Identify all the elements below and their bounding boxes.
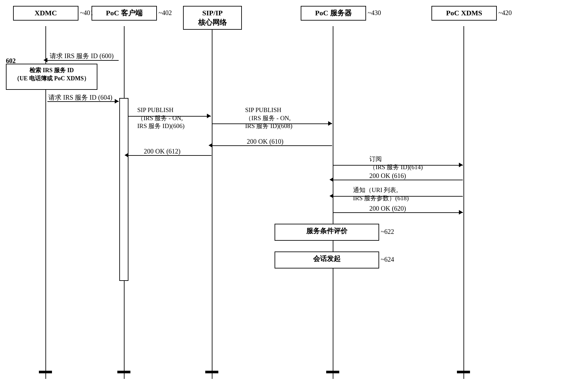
arrow-2-label: 请求 IRS 服务 ID (604) (48, 93, 112, 102)
arrow-1-label: 请求 IRS 服务 ID (600) (50, 52, 114, 60)
arrowhead-8 (329, 177, 333, 182)
entity-poc-client-label: PoC 客户端 (106, 9, 143, 17)
lifeline-poc-server (333, 26, 333, 379)
arrowhead-10 (459, 210, 463, 215)
arrowhead-6 (125, 153, 128, 157)
arrowhead-2 (115, 99, 119, 104)
arrowhead-4 (328, 121, 332, 126)
process-session-init-ref: ~624 (381, 256, 394, 263)
lifeline-poc-xdms (463, 26, 464, 379)
lifeline-end-poc-client (117, 371, 130, 373)
entity-sip-ip: SIP/IP核心网络 (183, 6, 242, 30)
entity-poc-client-ref: ~402 (159, 9, 172, 17)
arrowhead-3 (207, 114, 211, 118)
arrow-10-label: 200 OK (620) (369, 204, 406, 213)
process-session-init-label: 会话发起 (313, 255, 341, 263)
entity-poc-client: PoC 客户端 (92, 6, 157, 21)
arrowhead-1 (43, 58, 47, 62)
lifeline-end-xdmc (39, 371, 52, 373)
arrow-5-label: 200 OK (610) (247, 137, 283, 146)
arrowhead-5 (209, 143, 212, 148)
entity-poc-xdms-ref: ~420 (498, 9, 512, 17)
arrow-7-label: 订阅（IRS 服务 ID)(614) (369, 155, 454, 171)
arrow-9-label: 通知（URI 列表,IRS 服务参数）(618) (353, 186, 448, 202)
process-service-eval: 服务条件评价 (275, 224, 379, 241)
entity-poc-xdms: PoC XDMS (431, 6, 497, 21)
entity-poc-server-label: PoC 服务器 (315, 9, 352, 17)
lifeline-end-sip-ip (205, 371, 218, 373)
sequence-diagram: XDMC ~401 PoC 客户端 ~402 SIP/IP核心网络 PoC 服务… (0, 0, 588, 389)
arrowhead-9 (329, 194, 333, 198)
entity-poc-server-ref: ~430 (368, 9, 381, 17)
lifeline-end-poc-server (326, 371, 339, 373)
arrow-3-label: SIP PUBLISH（IRS 服务 - ON,IRS 服务 ID)(606) (137, 106, 203, 130)
lifeline-end-poc-xdms (457, 371, 470, 373)
process-service-eval-ref: ~622 (381, 228, 394, 235)
lifeline-sip-ip (212, 26, 212, 379)
process-retrieve-ref: 602 (6, 57, 16, 65)
entity-xdmc: XDMC (13, 6, 78, 21)
arrow-4-label: SIP PUBLISH（IRS 服务 - ON,IRS 服务 ID)(608) (245, 106, 320, 130)
process-service-eval-label: 服务条件评价 (306, 227, 347, 235)
process-session-init: 会话发起 (275, 251, 379, 268)
arrow-1 (47, 60, 119, 61)
entity-poc-xdms-label: PoC XDMS (446, 9, 482, 17)
arrow-6-label: 200 OK (612) (144, 147, 180, 155)
process-retrieve-irs: 检索 IRS 服务 ID（UE 电话簿或 PoC XDMS） (6, 64, 97, 90)
entity-sip-ip-label: SIP/IP核心网络 (198, 9, 227, 26)
entity-poc-server: PoC 服务器 (301, 6, 366, 21)
activation-poc-client (119, 98, 128, 281)
arrow-8-label: 200 OK (616) (369, 171, 406, 180)
entity-xdmc-label: XDMC (35, 9, 57, 17)
arrowhead-7 (459, 163, 463, 167)
process-retrieve-irs-label: 检索 IRS 服务 ID（UE 电话簿或 PoC XDMS） (14, 67, 90, 82)
entity-xdmc-ref: ~401 (80, 9, 93, 17)
